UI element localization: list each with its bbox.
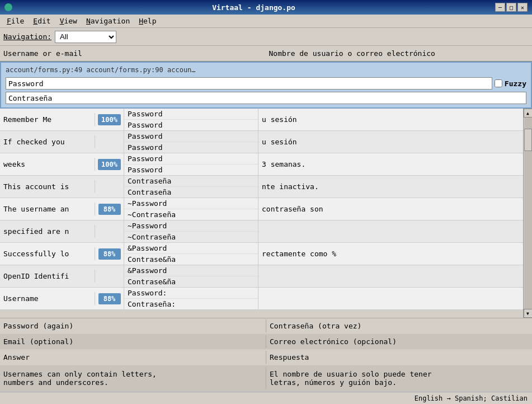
navigation-label: Navigation: <box>3 32 51 41</box>
flat-row-usernames[interactable]: Usernames can only contain letters, numb… <box>0 365 532 392</box>
pct-badge: 88% <box>98 204 121 215</box>
header-target: Nombre de usuario o correo electrónico <box>263 49 529 58</box>
close-button[interactable]: ✕ <box>517 3 528 12</box>
table-row[interactable]: Successfully lo 88% &Password Contrase&ñ… <box>0 243 523 265</box>
pct-badge: 100% <box>98 114 121 125</box>
titlebar-title: Virtaal - django.po <box>12 3 495 12</box>
table-row[interactable]: The username an 88% ~Password ~Contraseñ… <box>0 198 523 220</box>
flat-row-password-again[interactable]: Password (again) Contraseña (otra vez) <box>0 318 532 334</box>
header-row: Username or e-mail Nombre de usuario o c… <box>0 46 532 62</box>
maximize-button[interactable]: □ <box>506 3 516 12</box>
main-area: Username or e-mail Nombre de usuario o c… <box>0 46 532 392</box>
titlebar-icon <box>4 3 12 11</box>
menu-edit[interactable]: Edit <box>29 16 55 26</box>
active-entry-target-row <box>3 91 529 105</box>
status-text: English → Spanish; Castilian <box>415 394 528 402</box>
table-row[interactable]: If checked you Password Password u sesió… <box>0 131 523 153</box>
source-input[interactable] <box>6 77 492 90</box>
fuzzy-label: Fuzzy <box>505 79 526 88</box>
menu-navigation[interactable]: Navigation <box>82 16 134 26</box>
table-row[interactable]: Remember Me 100% Password Password u ses… <box>0 109 523 131</box>
scroll-up-arrow[interactable]: ▲ <box>524 109 533 118</box>
fuzzy-checkbox[interactable] <box>495 79 502 87</box>
active-entry-row: Fuzzy <box>3 76 529 91</box>
scrollbar-thumb[interactable] <box>524 129 532 151</box>
navigation-select[interactable]: All Fuzzy Untranslated Translated <box>55 31 116 43</box>
table-row[interactable]: This account is Contraseña Contraseña nt… <box>0 176 523 198</box>
active-entry: account/forms.py:49 account/forms.py:90 … <box>0 62 532 109</box>
menu-view[interactable]: View <box>55 16 82 26</box>
rows-area: Remember Me 100% Password Password u ses… <box>0 109 532 318</box>
rows-content[interactable]: Remember Me 100% Password Password u ses… <box>0 109 523 318</box>
minimize-button[interactable]: ─ <box>495 3 505 12</box>
titlebar: Virtaal - django.po ─ □ ✕ <box>0 0 532 15</box>
statusbar: English → Spanish; Castilian <box>0 392 532 404</box>
scrollbar-track[interactable] <box>524 118 532 309</box>
active-entry-filepath: account/forms.py:49 account/forms.py:90 … <box>3 65 529 75</box>
pct-badge: 88% <box>98 248 121 260</box>
table-row[interactable]: OpenID Identifi &Password Contrase&ña <box>0 265 523 288</box>
menu-help[interactable]: Help <box>134 16 161 26</box>
flat-row-email[interactable]: Email (optional) Correo electrónico (opc… <box>0 334 532 350</box>
table-row[interactable]: specified are n ~Password ~Contraseña <box>0 220 523 243</box>
pct-badge: 100% <box>98 159 121 170</box>
pct-badge: 88% <box>98 293 121 304</box>
fuzzy-check: Fuzzy <box>495 77 526 90</box>
header-source: Username or e-mail <box>3 49 263 58</box>
target-input[interactable] <box>6 92 526 104</box>
titlebar-controls: ─ □ ✕ <box>495 3 528 12</box>
table-row[interactable]: weeks 100% Password Password 3 semanas. <box>0 153 523 176</box>
vertical-scrollbar[interactable]: ▲ ▼ <box>523 109 532 318</box>
menu-file[interactable]: File <box>2 16 29 26</box>
table-row[interactable]: Username 88% Password: Contraseña: <box>0 288 523 310</box>
flat-row-answer[interactable]: Answer Respuesta <box>0 350 532 365</box>
menubar: File Edit View Navigation Help <box>0 15 532 28</box>
toolbar: Navigation: All Fuzzy Untranslated Trans… <box>0 28 532 46</box>
scroll-down-arrow[interactable]: ▼ <box>524 309 533 318</box>
flat-rows: Password (again) Contraseña (otra vez) E… <box>0 318 532 392</box>
